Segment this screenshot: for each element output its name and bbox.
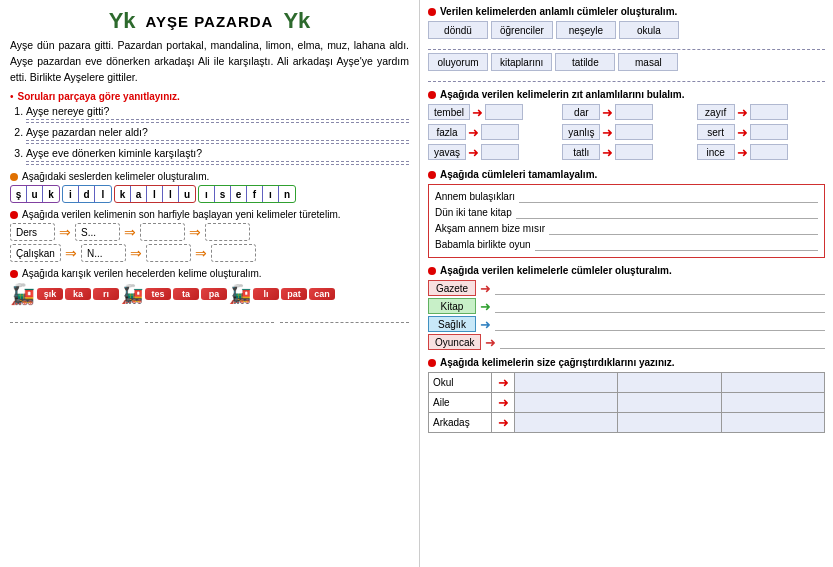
section-associations: Aşağıda kelimelerin size çağrıştırdıklar… bbox=[428, 357, 825, 433]
arrow-tembel: ➜ bbox=[472, 105, 483, 120]
dot-5 bbox=[428, 359, 436, 367]
make-row-gazete: Gazete ➜ bbox=[428, 280, 825, 296]
train-cars-row: 🚂 şık ka rı 🚂 tes ta pa 🚂 lı pat can bbox=[10, 282, 409, 306]
car-sik: şık bbox=[37, 288, 63, 300]
train-engine-icon: 🚂 bbox=[10, 282, 35, 306]
assoc-blank-aile-3[interactable] bbox=[721, 393, 824, 413]
line-kitap[interactable] bbox=[495, 299, 825, 313]
letter-group-2: i d l bbox=[62, 185, 112, 203]
car-li: lı bbox=[253, 288, 279, 300]
car-ka: ka bbox=[65, 288, 91, 300]
question-2: Ayşe pazardan neler aldı? bbox=[26, 126, 409, 144]
blank-tembel[interactable] bbox=[485, 104, 523, 120]
logo-left: Yk bbox=[109, 8, 136, 34]
double-arrow-6: ⇒ bbox=[195, 245, 207, 261]
assoc-blank-aile-2[interactable] bbox=[618, 393, 721, 413]
double-arrow-5: ⇒ bbox=[130, 245, 142, 261]
orange-dot bbox=[10, 173, 18, 181]
assoc-arrow-aile: ➜ bbox=[492, 393, 515, 413]
complete-line-4[interactable] bbox=[535, 237, 818, 251]
antonym-yavas: yavaş ➜ bbox=[428, 144, 556, 160]
assoc-blank-okul-2[interactable] bbox=[618, 373, 721, 393]
answer-blank-2a[interactable] bbox=[146, 244, 191, 262]
blank-dar[interactable] bbox=[615, 104, 653, 120]
bullet-icon: • bbox=[10, 91, 14, 102]
answer-blank-2b[interactable] bbox=[211, 244, 256, 262]
word-s: S... bbox=[75, 223, 120, 241]
letter-group-3: k a l l u bbox=[114, 185, 196, 203]
answer-blank-1a[interactable] bbox=[140, 223, 185, 241]
assoc-word-okul: Okul bbox=[429, 373, 492, 393]
train-engine-2: 🚂 bbox=[121, 283, 143, 305]
assoc-blank-okul-3[interactable] bbox=[721, 373, 824, 393]
dot-1 bbox=[428, 8, 436, 16]
car-pa: pa bbox=[201, 288, 227, 300]
word-masal: masal bbox=[618, 53, 678, 71]
line-gazete[interactable] bbox=[495, 281, 825, 295]
section-make-sentences: Verilen kelimelerden anlamlı cümleler ol… bbox=[428, 6, 825, 82]
complete-1: Annem bulaşıkları bbox=[435, 189, 818, 203]
antonym-tembel: tembel ➜ bbox=[428, 104, 556, 120]
assoc-blank-okul-1[interactable] bbox=[515, 373, 618, 393]
assoc-blank-arkadas-3[interactable] bbox=[721, 413, 824, 433]
arrow-zayif: ➜ bbox=[737, 105, 748, 120]
assoc-blank-arkadas-1[interactable] bbox=[515, 413, 618, 433]
train-answer-lines bbox=[10, 309, 409, 323]
section5-title: Aşağıda kelimelerin size çağrıştırdıklar… bbox=[428, 357, 825, 368]
complete-3: Akşam annem bize mısır bbox=[435, 221, 818, 235]
double-arrow-1: ⇒ bbox=[59, 224, 71, 240]
complete-line-2[interactable] bbox=[516, 205, 818, 219]
word-kitaplarini: kitaplarını bbox=[491, 53, 552, 71]
letter-boxes: ş u k i d l k a l l u ı s e f ı bbox=[10, 185, 409, 203]
left-panel: Yk AYŞE PAZARDA Yk Ayşe dün pazara gitti… bbox=[0, 0, 420, 567]
double-arrow-4: ⇒ bbox=[65, 245, 77, 261]
blank-ince[interactable] bbox=[750, 144, 788, 160]
train-answer-2[interactable] bbox=[145, 309, 274, 323]
questions-list: Ayşe nereye gitti? Ayşe pazardan neler a… bbox=[10, 105, 409, 165]
answer-blank-1b[interactable] bbox=[205, 223, 250, 241]
dot-2 bbox=[428, 91, 436, 99]
word-n: N... bbox=[81, 244, 126, 262]
section-antonyms: Aşağıda verilen kelimelerin zıt anlamlıl… bbox=[428, 89, 825, 162]
word-neseyle: neşeyle bbox=[556, 21, 616, 39]
sentence-line-1[interactable] bbox=[428, 42, 825, 50]
blank-fazla[interactable] bbox=[481, 124, 519, 140]
dot-4 bbox=[428, 267, 436, 275]
question-1: Ayşe nereye gitti? bbox=[26, 105, 409, 123]
arrow-saglik: ➜ bbox=[480, 317, 491, 332]
word-okula: okula bbox=[619, 21, 679, 39]
complete-line-1[interactable] bbox=[519, 189, 818, 203]
section-complete: Aşağıda cümleleri tamamlayalım. Annem bu… bbox=[428, 169, 825, 258]
car-tes: tes bbox=[145, 288, 171, 300]
blank-sert[interactable] bbox=[750, 124, 788, 140]
train-answer-1[interactable] bbox=[10, 309, 139, 323]
assoc-row-okul: Okul ➜ bbox=[429, 373, 825, 393]
assoc-arrow-okul: ➜ bbox=[492, 373, 515, 393]
section4-title: Aşağıda verilen kelimelerle cümleler olu… bbox=[428, 265, 825, 276]
make-row-oyuncak: Oyuncak ➜ bbox=[428, 334, 825, 350]
arrow-oyuncak: ➜ bbox=[485, 335, 496, 350]
sentence-line-2[interactable] bbox=[428, 74, 825, 82]
letter-group-4: ı s e f ı n bbox=[198, 185, 296, 203]
red-dot bbox=[10, 211, 18, 219]
train-section: Aşağıda karışık verilen hecelerden kelim… bbox=[10, 268, 409, 323]
assoc-arrow-arkadas: ➜ bbox=[492, 413, 515, 433]
assoc-blank-arkadas-2[interactable] bbox=[618, 413, 721, 433]
line-oyuncak[interactable] bbox=[500, 335, 825, 349]
word-grid-row1: döndü öğrenciler neşeyle okula bbox=[428, 21, 825, 39]
blank-zayif[interactable] bbox=[750, 104, 788, 120]
complete-line-3[interactable] bbox=[549, 221, 818, 235]
word-grid-row2: oluyorum kitaplarını tatilde masal bbox=[428, 53, 825, 71]
assoc-blank-aile-1[interactable] bbox=[515, 393, 618, 413]
blank-yavas[interactable] bbox=[481, 144, 519, 160]
double-arrow-3: ⇒ bbox=[189, 224, 201, 240]
car-ri: rı bbox=[93, 288, 119, 300]
blank-tatli[interactable] bbox=[615, 144, 653, 160]
blank-yanlis[interactable] bbox=[615, 124, 653, 140]
sounds-title: Aşağıdaki seslerden kelimeler oluşturalı… bbox=[10, 171, 409, 182]
word-saglik: Sağlık bbox=[428, 316, 476, 332]
title-row: Yk AYŞE PAZARDA Yk bbox=[10, 8, 409, 34]
line-saglik[interactable] bbox=[495, 317, 825, 331]
assoc-table: Okul ➜ Aile ➜ Arkadaş ➜ bbox=[428, 372, 825, 433]
train-answer-3[interactable] bbox=[280, 309, 409, 323]
